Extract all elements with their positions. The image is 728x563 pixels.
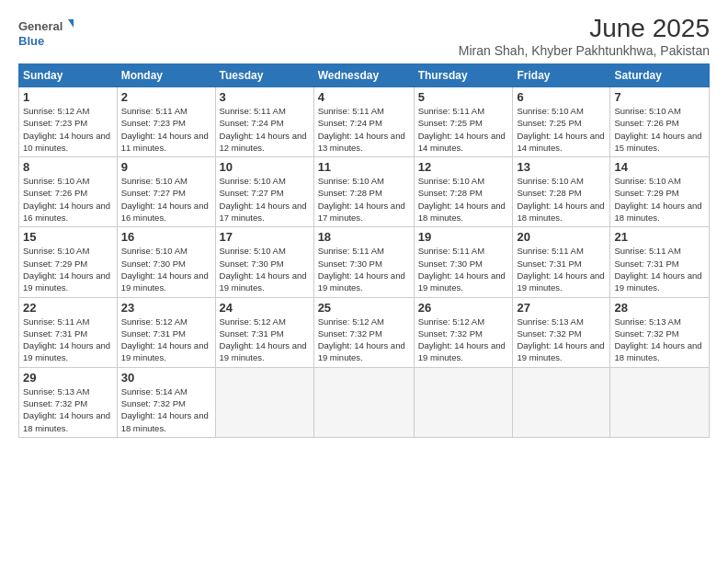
calendar-day: 6 Sunrise: 5:10 AMSunset: 7:25 PMDayligh… (513, 87, 610, 157)
day-number: 9 (121, 160, 211, 174)
day-number: 16 (121, 230, 211, 244)
day-number: 19 (418, 230, 509, 244)
day-header: Wednesday (313, 64, 414, 87)
day-number: 11 (318, 160, 410, 174)
day-detail: Sunrise: 5:11 AMSunset: 7:31 PMDaylight:… (23, 316, 113, 364)
day-number: 24 (220, 301, 310, 315)
day-detail: Sunrise: 5:10 AMSunset: 7:25 PMDaylight:… (517, 105, 606, 154)
calendar-day: 17 Sunrise: 5:10 AMSunset: 7:30 PMDaylig… (215, 227, 313, 297)
calendar-day: 11 Sunrise: 5:10 AMSunset: 7:28 PMDaylig… (313, 157, 414, 227)
day-detail: Sunrise: 5:10 AMSunset: 7:28 PMDaylight:… (418, 175, 509, 224)
day-detail: Sunrise: 5:11 AMSunset: 7:30 PMDaylight:… (318, 245, 410, 293)
calendar-day: 1 Sunrise: 5:12 AMSunset: 7:23 PMDayligh… (19, 87, 118, 157)
day-detail: Sunrise: 5:11 AMSunset: 7:24 PMDaylight:… (220, 105, 310, 154)
day-number: 18 (318, 230, 410, 244)
day-header: Monday (117, 64, 215, 87)
day-number: 27 (517, 301, 606, 315)
day-detail: Sunrise: 5:12 AMSunset: 7:32 PMDaylight:… (418, 316, 509, 364)
day-number: 30 (121, 371, 211, 385)
svg-marker-2 (68, 19, 74, 30)
day-header: Friday (513, 64, 610, 87)
day-detail: Sunrise: 5:10 AMSunset: 7:26 PMDaylight:… (23, 175, 113, 224)
day-detail: Sunrise: 5:10 AMSunset: 7:27 PMDaylight:… (220, 175, 310, 224)
day-detail: Sunrise: 5:10 AMSunset: 7:30 PMDaylight:… (121, 245, 211, 293)
calendar-day: 16 Sunrise: 5:10 AMSunset: 7:30 PMDaylig… (117, 227, 215, 297)
day-detail: Sunrise: 5:12 AMSunset: 7:31 PMDaylight:… (121, 316, 211, 364)
calendar-day: 9 Sunrise: 5:10 AMSunset: 7:27 PMDayligh… (117, 157, 215, 227)
day-detail: Sunrise: 5:12 AMSunset: 7:32 PMDaylight:… (318, 316, 410, 364)
day-number: 21 (614, 230, 705, 244)
day-detail: Sunrise: 5:11 AMSunset: 7:25 PMDaylight:… (418, 105, 509, 154)
day-number: 6 (517, 90, 606, 104)
day-detail: Sunrise: 5:11 AMSunset: 7:31 PMDaylight:… (614, 245, 705, 293)
day-number: 25 (318, 301, 410, 315)
day-detail: Sunrise: 5:10 AMSunset: 7:29 PMDaylight:… (23, 245, 113, 293)
day-number: 10 (220, 160, 310, 174)
day-number: 17 (220, 230, 310, 244)
calendar-table: SundayMondayTuesdayWednesdayThursdayFrid… (18, 63, 710, 438)
day-header: Tuesday (215, 64, 313, 87)
title-block: June 2025 Miran Shah, Khyber Pakhtunkhwa… (459, 14, 710, 58)
day-number: 28 (614, 301, 705, 315)
page-subtitle: Miran Shah, Khyber Pakhtunkhwa, Pakistan (459, 43, 710, 58)
day-header: Sunday (19, 64, 118, 87)
calendar-day: 3 Sunrise: 5:11 AMSunset: 7:24 PMDayligh… (215, 87, 313, 157)
day-number: 2 (121, 90, 211, 104)
calendar-day: 28 Sunrise: 5:13 AMSunset: 7:32 PMDaylig… (610, 297, 710, 367)
day-number: 15 (23, 230, 113, 244)
logo-svg: General Blue (18, 14, 74, 51)
svg-text:Blue: Blue (18, 34, 44, 48)
day-detail: Sunrise: 5:12 AMSunset: 7:23 PMDaylight:… (23, 105, 113, 154)
calendar-day: 25 Sunrise: 5:12 AMSunset: 7:32 PMDaylig… (313, 297, 414, 367)
day-number: 4 (318, 90, 410, 104)
day-number: 20 (517, 230, 606, 244)
calendar-day (215, 367, 313, 437)
day-number: 3 (220, 90, 310, 104)
calendar-day: 7 Sunrise: 5:10 AMSunset: 7:26 PMDayligh… (610, 87, 710, 157)
day-detail: Sunrise: 5:10 AMSunset: 7:28 PMDaylight:… (517, 175, 606, 224)
calendar-header: SundayMondayTuesdayWednesdayThursdayFrid… (19, 64, 710, 87)
day-detail: Sunrise: 5:13 AMSunset: 7:32 PMDaylight:… (23, 385, 113, 434)
day-detail: Sunrise: 5:11 AMSunset: 7:24 PMDaylight:… (318, 105, 410, 154)
calendar-day: 10 Sunrise: 5:10 AMSunset: 7:27 PMDaylig… (215, 157, 313, 227)
calendar-day: 18 Sunrise: 5:11 AMSunset: 7:30 PMDaylig… (313, 227, 414, 297)
calendar-day: 24 Sunrise: 5:12 AMSunset: 7:31 PMDaylig… (215, 297, 313, 367)
calendar-week: 15 Sunrise: 5:10 AMSunset: 7:29 PMDaylig… (19, 227, 710, 297)
calendar-day: 19 Sunrise: 5:11 AMSunset: 7:30 PMDaylig… (414, 227, 513, 297)
day-detail: Sunrise: 5:13 AMSunset: 7:32 PMDaylight:… (517, 316, 606, 364)
day-header: Saturday (610, 64, 710, 87)
calendar-day: 23 Sunrise: 5:12 AMSunset: 7:31 PMDaylig… (117, 297, 215, 367)
day-number: 1 (23, 90, 113, 104)
day-detail: Sunrise: 5:10 AMSunset: 7:30 PMDaylight:… (220, 245, 310, 293)
calendar-day: 5 Sunrise: 5:11 AMSunset: 7:25 PMDayligh… (414, 87, 513, 157)
calendar-week: 29 Sunrise: 5:13 AMSunset: 7:32 PMDaylig… (19, 367, 710, 437)
day-detail: Sunrise: 5:10 AMSunset: 7:29 PMDaylight:… (614, 175, 705, 224)
day-number: 22 (23, 301, 113, 315)
calendar-day (610, 367, 710, 437)
calendar-day: 4 Sunrise: 5:11 AMSunset: 7:24 PMDayligh… (313, 87, 414, 157)
calendar-week: 1 Sunrise: 5:12 AMSunset: 7:23 PMDayligh… (19, 87, 710, 157)
day-detail: Sunrise: 5:11 AMSunset: 7:23 PMDaylight:… (121, 105, 211, 154)
page-title: June 2025 (459, 14, 710, 43)
calendar-day: 22 Sunrise: 5:11 AMSunset: 7:31 PMDaylig… (19, 297, 118, 367)
day-detail: Sunrise: 5:14 AMSunset: 7:32 PMDaylight:… (121, 385, 211, 434)
calendar-day: 2 Sunrise: 5:11 AMSunset: 7:23 PMDayligh… (117, 87, 215, 157)
day-detail: Sunrise: 5:12 AMSunset: 7:31 PMDaylight:… (220, 316, 310, 364)
calendar-day: 15 Sunrise: 5:10 AMSunset: 7:29 PMDaylig… (19, 227, 118, 297)
day-number: 5 (418, 90, 509, 104)
day-number: 13 (517, 160, 606, 174)
day-detail: Sunrise: 5:13 AMSunset: 7:32 PMDaylight:… (614, 316, 705, 364)
calendar-day: 12 Sunrise: 5:10 AMSunset: 7:28 PMDaylig… (414, 157, 513, 227)
calendar-day: 30 Sunrise: 5:14 AMSunset: 7:32 PMDaylig… (117, 367, 215, 437)
day-number: 7 (614, 90, 705, 104)
calendar-day: 29 Sunrise: 5:13 AMSunset: 7:32 PMDaylig… (19, 367, 118, 437)
day-detail: Sunrise: 5:11 AMSunset: 7:31 PMDaylight:… (517, 245, 606, 293)
calendar-day: 13 Sunrise: 5:10 AMSunset: 7:28 PMDaylig… (513, 157, 610, 227)
calendar-day: 8 Sunrise: 5:10 AMSunset: 7:26 PMDayligh… (19, 157, 118, 227)
calendar-day: 26 Sunrise: 5:12 AMSunset: 7:32 PMDaylig… (414, 297, 513, 367)
day-detail: Sunrise: 5:11 AMSunset: 7:30 PMDaylight:… (418, 245, 509, 293)
calendar-day: 21 Sunrise: 5:11 AMSunset: 7:31 PMDaylig… (610, 227, 710, 297)
calendar-week: 22 Sunrise: 5:11 AMSunset: 7:31 PMDaylig… (19, 297, 710, 367)
logo: General Blue (18, 14, 74, 51)
calendar-week: 8 Sunrise: 5:10 AMSunset: 7:26 PMDayligh… (19, 157, 710, 227)
